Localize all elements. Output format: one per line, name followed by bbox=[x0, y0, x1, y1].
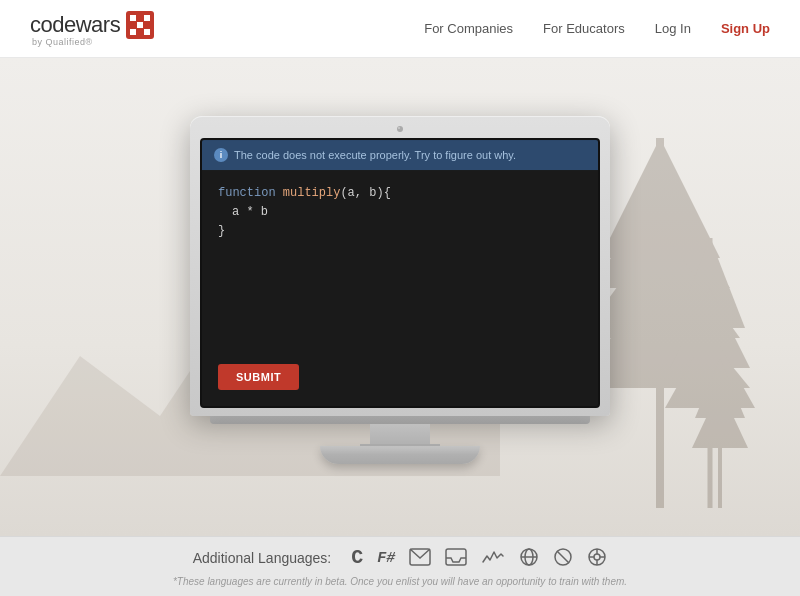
clojure-icon bbox=[409, 548, 431, 569]
scala-icon bbox=[587, 547, 607, 570]
footer-note: *These languages are currently in beta. … bbox=[173, 576, 627, 587]
kotlin-icon bbox=[519, 547, 539, 570]
c-lang-icon: C bbox=[351, 548, 363, 568]
monitor: i The code does not execute properly. Tr… bbox=[190, 116, 610, 416]
coffeescript-icon bbox=[445, 548, 467, 569]
php-icon bbox=[553, 547, 573, 570]
svg-rect-5 bbox=[144, 29, 150, 35]
svg-rect-4 bbox=[137, 22, 143, 28]
footer-top: Additional Languages: C F# bbox=[193, 547, 608, 570]
by-qualified: by Qualified® bbox=[32, 37, 93, 47]
code-body-text: a * b bbox=[232, 205, 268, 219]
function-name: multiply bbox=[283, 186, 341, 200]
monitor-bottom bbox=[210, 416, 590, 424]
nav-educators[interactable]: For Educators bbox=[543, 21, 625, 36]
keyword-function: function bbox=[218, 186, 283, 200]
camera-dot bbox=[397, 126, 403, 132]
svg-rect-3 bbox=[130, 29, 136, 35]
info-bar: i The code does not execute properly. Tr… bbox=[202, 140, 598, 170]
fsharp-lang-icon: F# bbox=[377, 551, 395, 566]
nav-signup[interactable]: Sign Up bbox=[721, 21, 770, 36]
submit-button[interactable]: SUBMIT bbox=[218, 364, 299, 390]
nav: For Companies For Educators Log In Sign … bbox=[424, 21, 770, 36]
monitor-container: i The code does not execute properly. Tr… bbox=[190, 116, 610, 464]
logo-area: codewars by Qualified® bbox=[30, 11, 154, 47]
nav-companies[interactable]: For Companies bbox=[424, 21, 513, 36]
logo-icon bbox=[126, 11, 154, 39]
logo: codewars bbox=[30, 11, 154, 39]
code-editor: function multiply(a, b){ a * b } bbox=[202, 170, 598, 256]
info-message: The code does not execute properly. Try … bbox=[234, 149, 516, 161]
footer: Additional Languages: C F# bbox=[0, 536, 800, 596]
header: codewars by Qualified® For Companies For… bbox=[0, 0, 800, 58]
elixir-icon bbox=[481, 548, 505, 569]
code-params: (a, b) bbox=[340, 186, 383, 200]
code-brace-close: } bbox=[218, 224, 225, 238]
logo-text: codewars bbox=[30, 12, 120, 38]
info-icon: i bbox=[214, 148, 228, 162]
code-line-3: } bbox=[218, 222, 582, 241]
code-line-2: a * b bbox=[232, 203, 582, 222]
monitor-base bbox=[320, 446, 480, 464]
screen: i The code does not execute properly. Tr… bbox=[200, 138, 600, 408]
svg-rect-1 bbox=[130, 15, 136, 21]
svg-line-25 bbox=[557, 551, 569, 563]
code-brace-open: { bbox=[384, 186, 391, 200]
submit-area: SUBMIT bbox=[218, 364, 299, 390]
footer-icons: C F# bbox=[351, 547, 607, 570]
svg-rect-2 bbox=[144, 15, 150, 21]
code-line-1: function multiply(a, b){ bbox=[218, 184, 582, 203]
monitor-neck bbox=[370, 424, 430, 446]
nav-login[interactable]: Log In bbox=[655, 21, 691, 36]
languages-label: Additional Languages: bbox=[193, 550, 332, 566]
main-content: i The code does not execute properly. Tr… bbox=[0, 58, 800, 536]
svg-point-27 bbox=[594, 554, 600, 560]
